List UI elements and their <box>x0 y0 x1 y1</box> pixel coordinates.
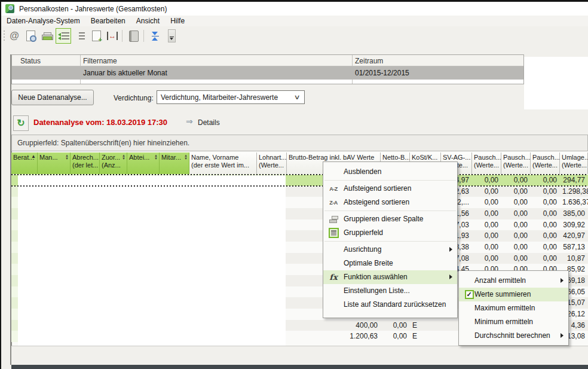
grid-cell-umlage: 385,00 <box>560 208 588 219</box>
grid-cell-p2: 0,00 <box>501 208 531 219</box>
menu-hilfe[interactable]: Hilfe <box>165 16 190 26</box>
new-datenanalyse-button[interactable]: Neue Datenanalyse... <box>11 90 94 105</box>
menu-item-label: Durchschnitt berechnen <box>474 331 550 340</box>
grouped-column-strip <box>11 186 18 197</box>
submenu-arrow-icon <box>561 278 564 283</box>
grid-cell-p1: 0,00 <box>472 219 501 230</box>
grouped-column-strip <box>11 219 18 230</box>
column-header[interactable]: Pausch...(Werte... <box>501 153 531 174</box>
menu-item-label: Funktion auswählen <box>344 273 408 281</box>
application-window: Personalkosten - Jahreswerte (Gesamtkost… <box>0 0 588 369</box>
fx-icon: fx <box>326 272 341 283</box>
grouped-column-strip <box>11 309 18 320</box>
toolbar-grip[interactable] <box>4 30 5 42</box>
sort-asc-icon: ▲ <box>31 154 36 159</box>
menu-item-werte-summieren[interactable]: ✓Werte summieren <box>459 288 568 301</box>
print-preview-icon[interactable] <box>23 29 38 43</box>
menu-item-einstellungen-liste-[interactable]: Einstellungen Liste... <box>323 284 457 298</box>
grouped-column-strip <box>11 208 18 219</box>
grid-cell-kost: E <box>410 331 441 342</box>
menu-bearbeiten[interactable]: Bearbeiten <box>85 16 131 26</box>
grid-cell-brutto: 400,00 <box>287 320 381 331</box>
menu-item-funktion-auswählen[interactable]: fxFunktion auswählen <box>323 270 457 284</box>
app-icon <box>5 4 14 13</box>
new-report-icon[interactable]: + <box>89 29 103 43</box>
filter-row-selected[interactable]: Januar bis aktueller Monat 01/2015-12/20… <box>12 66 523 80</box>
titlebar: Personalkosten - Jahreswerte (Gesamtkost… <box>1 2 588 16</box>
filter-col-filtername[interactable]: Filtername <box>83 57 117 65</box>
column-header[interactable]: Name, Vorname(der erste Wert im... <box>189 153 257 174</box>
grid-bottom-edge <box>11 346 588 346</box>
menu-item-ausblenden[interactable]: Ausblenden <box>323 165 457 179</box>
details-link[interactable]: Details <box>198 118 220 127</box>
grouped-column-strip <box>11 320 18 331</box>
grid-cell-p2: 0,00 <box>501 242 531 253</box>
submenu-arrow-icon <box>561 333 564 338</box>
grid-cell-p3: 0,00 <box>531 242 560 253</box>
row-display-icon[interactable] <box>56 28 71 44</box>
verdichtung-select[interactable]: Verdichtung, Mitarbeiter-Jahreswerte ∨ <box>157 90 305 104</box>
menu-item-liste-auf-standard-zurücksetzen[interactable]: Liste auf Standard zurücksetzen <box>323 298 457 312</box>
grid-cell-p1: 0,00 <box>472 242 501 253</box>
filter-col-zeitraum[interactable]: Zeitraum <box>355 57 383 65</box>
column-header[interactable]: Abrech...(der let... <box>71 153 100 174</box>
column-header[interactable]: Pausch...(Werte... <box>472 153 501 174</box>
blank-area-grid <box>18 175 286 346</box>
grid-cell-p3: 0,00 <box>531 197 560 208</box>
menu-item-maximum-ermitteln[interactable]: Maximum ermitteln <box>459 301 568 315</box>
column-width-icon[interactable]: ↔ <box>105 29 120 43</box>
grid-cell-p1: 0,00 <box>472 208 501 219</box>
menu-item-ausrichtung[interactable]: Ausrichtung <box>323 243 457 257</box>
menu-item-anzahl-ermitteln[interactable]: Anzahl ermitteln <box>459 274 568 288</box>
sort-za-icon: Z-A <box>326 197 341 208</box>
menu-item-label: Maximum ermitteln <box>474 304 535 312</box>
email-icon[interactable]: @ <box>7 29 22 43</box>
collapse-rows-icon[interactable] <box>148 29 163 43</box>
column-header[interactable]: Lohnart...(Werte... <box>257 153 287 174</box>
grid-cell-p2: 0,00 <box>501 219 531 230</box>
menu-item-label: Anzahl ermitteln <box>474 276 526 285</box>
toolbar-separator <box>143 30 144 42</box>
selection-border-top <box>11 174 588 175</box>
menu-item-durchschnitt-berechnen[interactable]: Durchschnitt berechnen <box>459 329 568 343</box>
menu-item-label: Einstellungen Liste... <box>344 286 410 295</box>
numbered-list-icon[interactable] <box>73 29 87 43</box>
column-header[interactable]: Pausch...(Werte... <box>531 153 560 174</box>
grid-cell-brutto: 1.200,63 <box>287 331 381 342</box>
grid-cell-p1: 0,00 <box>472 230 501 242</box>
column-header[interactable]: Zuor...(Anz...▲▼ <box>100 153 127 174</box>
column-header[interactable]: Berat...▲ <box>11 153 38 174</box>
submenu-arrow-icon <box>449 275 452 279</box>
menu-item-optimale-breite[interactable]: Optimale Breite <box>323 257 457 270</box>
filter-panel-header: Status Filtername Zeitraum <box>12 55 523 66</box>
menu-item-absteigend-sortieren[interactable]: Z-AAbsteigend sortieren <box>323 196 457 209</box>
filter-col-status[interactable]: Status <box>20 57 41 65</box>
sort-az-icon: A-Z <box>326 183 341 194</box>
filter-row-zeitraum: 01/2015-12/2015 <box>355 69 409 77</box>
toolbar-overflow-icon[interactable] <box>164 29 179 43</box>
grid-cell-p3: 0,00 <box>531 230 560 242</box>
column-header[interactable]: Abtei...▲▼ <box>127 153 160 174</box>
report-book-icon[interactable] <box>127 29 141 43</box>
menu-ansicht[interactable]: Ansicht <box>131 16 165 26</box>
group-drop-area[interactable]: Gruppierfeld: Spaltenüberschrift(en) hie… <box>11 135 588 151</box>
column-header[interactable]: Man...▲▼ <box>38 153 71 174</box>
grid-cell-kost: E <box>410 320 441 331</box>
grid-cell-p2: 0,00 <box>501 175 531 186</box>
group-drop-hint: Gruppierfeld: Spaltenüberschrift(en) hie… <box>17 139 189 147</box>
menu-item-gruppierfeld[interactable]: Gruppierfeld <box>323 226 457 240</box>
grouped-column-strip <box>11 242 18 253</box>
selection-border-bottom <box>11 185 588 187</box>
grouped-column-strip <box>11 264 18 275</box>
window-left-edge <box>0 0 1 369</box>
grid-cell-umlage: 1.298,38 <box>560 186 588 197</box>
column-header[interactable]: Mitar...▲▼ <box>160 153 189 174</box>
column-header[interactable]: Umlage...(Werte... <box>560 153 588 174</box>
refresh-button[interactable]: ↻ <box>13 115 29 131</box>
menu-item-aufsteigend-sortieren[interactable]: A-ZAufsteigend sortieren <box>323 182 457 196</box>
print-icon[interactable] <box>39 29 54 43</box>
menu-item-gruppieren-dieser-spalte[interactable]: Gruppieren dieser Spalte <box>323 212 457 226</box>
menu-daten-analyse-system[interactable]: Daten-Analyse-System <box>1 16 85 26</box>
menu-item-minimum-ermitteln[interactable]: Minimum ermitteln <box>459 315 568 329</box>
verdichtung-label: Verdichtung: <box>114 94 154 102</box>
